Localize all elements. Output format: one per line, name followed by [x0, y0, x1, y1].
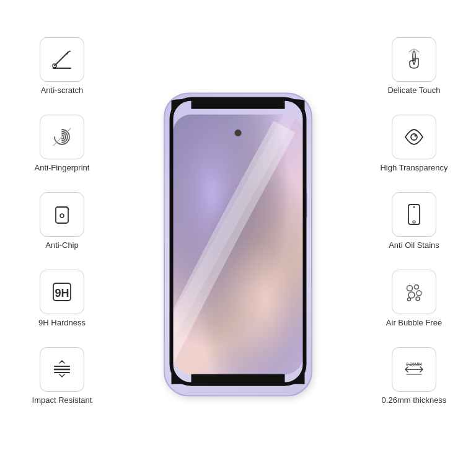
impact-resistant-icon-box — [40, 347, 84, 392]
svg-point-20 — [415, 135, 416, 137]
phone-display — [151, 83, 325, 405]
thickness-icon-box: 0.26MM — [392, 347, 436, 392]
anti-oil-icon-box — [392, 192, 436, 237]
eye-icon — [400, 123, 428, 151]
fingerprint-icon — [48, 123, 76, 151]
air-bubble-icon-box — [392, 270, 436, 314]
delicate-touch-label: Delicate Touch — [387, 86, 440, 95]
glass-svg — [169, 96, 308, 387]
thickness-icon: 0.26MM — [400, 356, 428, 383]
main-container: Anti-scratch Anti-Fingerprint — [0, 0, 476, 476]
delicate-touch-icon-box — [392, 37, 436, 82]
impact-icon — [48, 356, 76, 383]
svg-rect-15 — [172, 99, 305, 384]
chip-icon — [48, 201, 76, 228]
high-transparency-icon-box — [392, 115, 436, 159]
scratch-icon — [48, 46, 76, 73]
bubbles-icon — [400, 278, 428, 306]
impact-resistant-label: Impact Resistant — [32, 395, 92, 405]
svg-point-7 — [60, 214, 64, 218]
feature-anti-chip: Anti-Chip — [12, 192, 112, 250]
high-transparency-label: High Transparency — [380, 163, 447, 172]
svg-point-27 — [408, 292, 415, 298]
feature-air-bubble: Air Bubble Free — [364, 270, 464, 327]
svg-point-22 — [413, 206, 415, 208]
feature-impact-resistant: Impact Resistant — [12, 347, 112, 405]
svg-rect-6 — [56, 207, 68, 223]
svg-text:9H: 9H — [55, 287, 69, 299]
feature-high-transparency: High Transparency — [364, 115, 464, 172]
anti-fingerprint-label: Anti-Fingerprint — [35, 163, 90, 172]
9h-icon: 9H — [48, 278, 76, 306]
feature-delicate-touch: Delicate Touch — [364, 37, 464, 95]
thickness-label: 0.26mm thickness — [382, 395, 447, 405]
anti-scratch-label: Anti-scratch — [41, 86, 84, 95]
svg-point-29 — [408, 298, 411, 301]
svg-point-25 — [415, 285, 419, 289]
features-left-column: Anti-scratch Anti-Fingerprint — [12, 37, 112, 405]
9h-hardness-icon-box: 9H — [40, 270, 84, 314]
features-right-column: Delicate Touch High Transparency — [364, 37, 464, 405]
svg-point-26 — [416, 291, 421, 296]
anti-fingerprint-icon-box — [40, 115, 84, 159]
air-bubble-label: Air Bubble Free — [386, 318, 442, 327]
anti-scratch-icon-box — [40, 37, 84, 82]
feature-anti-oil: Anti Oil Stains — [364, 192, 464, 250]
anti-chip-icon-box — [40, 192, 84, 237]
anti-chip-label: Anti-Chip — [45, 240, 78, 250]
feature-anti-scratch: Anti-scratch — [12, 37, 112, 95]
phone-corner-icon — [400, 201, 428, 228]
svg-point-23 — [413, 221, 415, 223]
svg-point-24 — [407, 286, 413, 291]
touch-icon — [400, 46, 428, 73]
svg-line-0 — [55, 52, 68, 66]
feature-9h-hardness: 9H 9H Hardness — [12, 270, 112, 327]
svg-point-19 — [411, 134, 417, 140]
svg-line-3 — [68, 51, 71, 52]
feature-thickness: 0.26MM 0.26mm thickness — [364, 347, 464, 405]
svg-point-28 — [416, 297, 420, 301]
glass-overlay — [169, 96, 308, 387]
feature-anti-fingerprint: Anti-Fingerprint — [12, 115, 112, 172]
9h-hardness-label: 9H Hardness — [38, 318, 86, 327]
anti-oil-label: Anti Oil Stains — [389, 240, 439, 250]
